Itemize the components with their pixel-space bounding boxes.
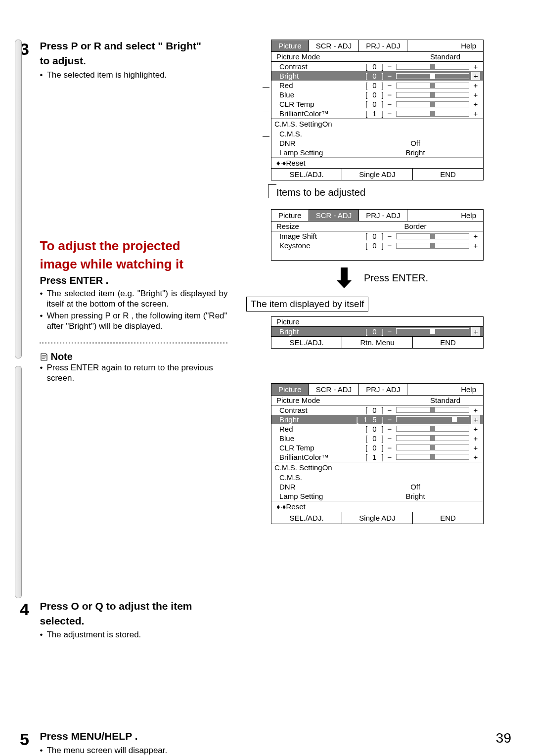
minus-icon[interactable]: − bbox=[385, 327, 394, 336]
nest-tick-top bbox=[263, 87, 269, 88]
plus-icon[interactable]: + bbox=[471, 81, 480, 89]
dnr-label: DNR bbox=[274, 139, 351, 147]
param-val: [ 0 ] bbox=[351, 425, 385, 433]
slider-bar[interactable] bbox=[396, 435, 469, 441]
cms-setting-label: C.M.S. Setting bbox=[274, 120, 322, 128]
slider-bar[interactable] bbox=[396, 83, 469, 89]
plus-icon[interactable]: + bbox=[471, 453, 480, 461]
arrow-down-icon bbox=[335, 267, 353, 290]
osd-row: Blue[ 0 ]−+ bbox=[271, 434, 483, 443]
note-icon bbox=[40, 353, 48, 361]
param-label: CLR Temp bbox=[274, 444, 351, 452]
plus-icon[interactable]: + bbox=[471, 90, 480, 99]
plus-icon[interactable]: + bbox=[471, 62, 480, 71]
sub-bullet-1: The selected item (e.g. "Bright") is dis… bbox=[40, 288, 227, 310]
plus-icon[interactable]: + bbox=[471, 72, 480, 80]
lamp-val: Bright bbox=[351, 148, 480, 157]
minus-icon[interactable]: − bbox=[385, 81, 394, 89]
minus-icon[interactable]: − bbox=[385, 232, 394, 240]
minus-icon[interactable]: − bbox=[385, 72, 394, 80]
tab-prj-adj[interactable]: PRJ - ADJ bbox=[359, 384, 407, 395]
slider-bar[interactable] bbox=[396, 92, 469, 98]
cms-setting-label: C.M.S. Setting bbox=[274, 463, 322, 472]
plus-icon[interactable]: + bbox=[471, 100, 480, 108]
param-val: [ 1 ] bbox=[351, 453, 385, 461]
tab-scr-adj[interactable]: SCR - ADJ bbox=[309, 210, 359, 221]
tab-picture[interactable]: Picture bbox=[271, 384, 309, 395]
osd-row: Contrast[ 0 ]−+ bbox=[271, 62, 483, 71]
param-label: Red bbox=[274, 425, 351, 433]
minus-icon[interactable]: − bbox=[385, 100, 394, 108]
slider-bar[interactable] bbox=[396, 64, 469, 70]
param-label: Red bbox=[274, 81, 351, 89]
minus-icon[interactable]: − bbox=[385, 62, 394, 71]
minus-icon[interactable]: − bbox=[385, 109, 394, 118]
param-val: [ 0 ] bbox=[351, 72, 385, 80]
step-rail-1 bbox=[15, 40, 22, 358]
reset-row[interactable]: ♦·♦Reset bbox=[271, 501, 483, 512]
minus-icon[interactable]: − bbox=[385, 453, 394, 461]
action-end: END bbox=[413, 512, 483, 524]
slider-bar[interactable] bbox=[396, 101, 469, 107]
osd-row: Contrast[ 0 ]−+ bbox=[271, 405, 483, 415]
tab-prj-adj[interactable]: PRJ - ADJ bbox=[359, 40, 407, 51]
plus-icon[interactable]: + bbox=[471, 425, 480, 433]
osd-row: BrilliantColor™[ 1 ]−+ bbox=[271, 109, 483, 118]
imgshift-val: [ 0 ] bbox=[351, 232, 385, 240]
minus-icon[interactable]: − bbox=[385, 434, 394, 443]
param-val: [ 0 ] bbox=[351, 434, 385, 443]
plus-icon[interactable]: + bbox=[471, 406, 480, 414]
step-5-title: Press MENU/HELP . bbox=[40, 730, 227, 743]
plus-icon[interactable]: + bbox=[471, 444, 480, 452]
plus-icon[interactable]: + bbox=[471, 109, 480, 118]
osd-row: Blue[ 0 ]−+ bbox=[271, 90, 483, 99]
nest-bracket bbox=[271, 87, 271, 136]
minus-icon[interactable]: − bbox=[385, 90, 394, 99]
plus-icon[interactable]: + bbox=[471, 434, 480, 443]
osd-row: CLR Temp[ 0 ]−+ bbox=[271, 443, 483, 452]
osd-row: Red[ 0 ]−+ bbox=[271, 424, 483, 434]
step-5-number: 5 bbox=[20, 730, 38, 749]
tab-help[interactable]: Help bbox=[454, 40, 483, 51]
step-5-bullet: The menu screen will disappear. bbox=[40, 745, 227, 756]
osd-panel-3: Picture Bright[ 0 ]−+ SEL./ADJ. Rtn. Men… bbox=[271, 316, 484, 349]
param-val: [ 1 5 ] bbox=[351, 415, 385, 424]
cms-setting-val: On bbox=[322, 120, 332, 128]
minus-icon[interactable]: − bbox=[385, 415, 394, 424]
plus-icon[interactable]: + bbox=[471, 415, 480, 424]
plus-icon[interactable]: + bbox=[471, 241, 480, 250]
tab-prj-adj[interactable]: PRJ - ADJ bbox=[359, 210, 407, 221]
tab-help[interactable]: Help bbox=[454, 384, 483, 395]
press-enter-title: Press ENTER . bbox=[40, 275, 227, 286]
slider-bar[interactable] bbox=[396, 454, 469, 460]
slider-bar[interactable] bbox=[396, 445, 469, 450]
minus-icon[interactable]: − bbox=[385, 425, 394, 433]
picture-mode-val: Standard bbox=[351, 52, 480, 61]
minus-icon[interactable]: − bbox=[385, 406, 394, 414]
osd-1-wrap: Picture SCR - ADJ PRJ - ADJ Help Picture… bbox=[271, 40, 503, 180]
param-label: BrilliantColor™ bbox=[274, 453, 351, 461]
tab-scr-adj[interactable]: SCR - ADJ bbox=[309, 40, 359, 51]
slider-bar[interactable] bbox=[396, 416, 469, 422]
tab-scr-adj[interactable]: SCR - ADJ bbox=[309, 384, 359, 395]
divider bbox=[40, 342, 227, 348]
tab-help[interactable]: Help bbox=[454, 210, 483, 221]
reset-row[interactable]: ♦·♦Reset bbox=[271, 157, 483, 168]
tab-picture[interactable]: Picture bbox=[271, 210, 309, 221]
bright-val: [ 0 ] bbox=[351, 327, 385, 336]
plus-icon[interactable]: + bbox=[471, 327, 480, 336]
slider-bar[interactable] bbox=[396, 111, 469, 117]
right-column: Picture SCR - ADJ PRJ - ADJ Help Picture… bbox=[246, 40, 503, 756]
osd-row: Bright[ 1 5 ]−+ bbox=[271, 415, 483, 424]
slider-bar[interactable] bbox=[396, 407, 469, 413]
minus-icon[interactable]: − bbox=[385, 241, 394, 250]
slider-bar[interactable] bbox=[396, 426, 469, 432]
left-column: 3 Press P or R and select " Bright" to a… bbox=[20, 40, 232, 756]
plus-icon[interactable]: + bbox=[471, 232, 480, 240]
tab-picture[interactable]: Picture bbox=[271, 40, 309, 51]
minus-icon[interactable]: − bbox=[385, 444, 394, 452]
note-3-text: Press ENTER again to return to the previ… bbox=[40, 362, 227, 384]
step-3-bullet: The selected item is highlighted. bbox=[40, 70, 227, 80]
slider-bar[interactable] bbox=[396, 73, 469, 79]
param-label: Contrast bbox=[274, 62, 351, 71]
